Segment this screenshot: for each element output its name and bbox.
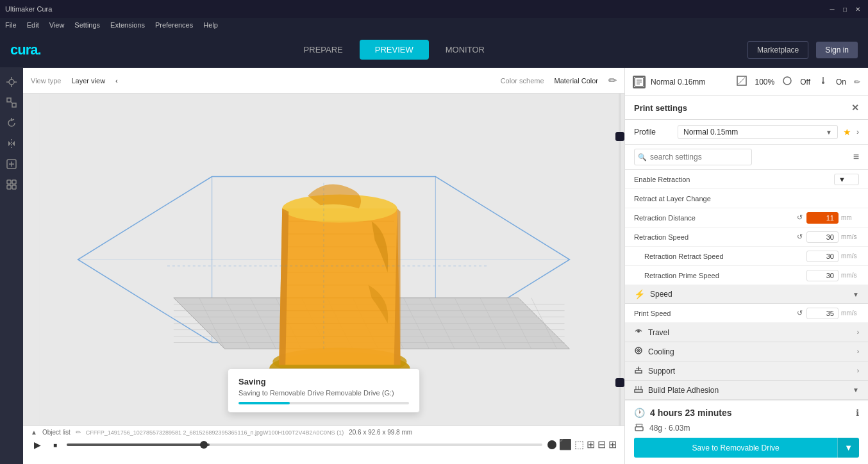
build-plate-section-header[interactable]: Build Plate Adhesion ▼	[625, 381, 868, 400]
view-type-label: View type	[31, 77, 62, 85]
menu-file[interactable]: File	[5, 21, 17, 29]
profile-label: Profile	[634, 128, 672, 137]
estimate-row: 🕐 4 hours 23 minutes ℹ	[634, 408, 859, 418]
print-speed-row: Print Speed ↺ 35 mm/s	[625, 304, 868, 323]
travel-section-header[interactable]: Travel ›	[625, 323, 868, 342]
app-title: Ultimaker Cura	[5, 5, 52, 13]
build-plate-icon	[634, 385, 643, 395]
tool-scale[interactable]	[3, 94, 21, 112]
on-label-icon	[818, 76, 828, 88]
layer-timeline[interactable]	[67, 443, 542, 446]
slider-thumb-bottom[interactable]	[615, 378, 624, 387]
object-list-chevron[interactable]: ▲	[31, 429, 37, 436]
print-settings-title: Print settings	[634, 103, 687, 113]
profile-edit-icon[interactable]: ✏	[854, 78, 860, 87]
speed-icon: ⚡	[634, 289, 645, 299]
favorite-icon[interactable]: ★	[843, 127, 851, 137]
speed-section-header[interactable]: ⚡ Speed ▼	[625, 285, 868, 304]
timeline-thumb[interactable]	[200, 441, 208, 449]
retraction-distance-value[interactable]: 11	[806, 212, 839, 224]
search-wrapper: 🔍	[634, 149, 848, 165]
marketplace-button[interactable]: Marketplace	[747, 41, 808, 59]
cooling-section-header[interactable]: Cooling ›	[625, 342, 868, 361]
support-section-header[interactable]: Support ›	[625, 361, 868, 381]
bottom-icon-2[interactable]: ⬚	[574, 438, 584, 451]
app-logo: cura.	[10, 42, 41, 58]
svg-point-74	[637, 330, 640, 333]
print-speed-label: Print Speed	[634, 310, 797, 317]
menu-preferences[interactable]: Preferences	[155, 21, 193, 29]
print-settings-header: Print settings ✕	[625, 96, 868, 120]
left-toolbar	[0, 68, 23, 464]
layer-end-thumb[interactable]	[547, 440, 556, 449]
bottom-icon-3[interactable]: ⊞	[587, 438, 595, 451]
build-plate-label: Build Plate Adhesion	[648, 386, 853, 395]
support-icon	[634, 365, 643, 376]
svg-rect-15	[12, 180, 16, 184]
svg-rect-92	[635, 427, 643, 431]
view-type-chevron[interactable]: ‹	[115, 77, 118, 85]
tab-preview[interactable]: PREVIEW	[360, 40, 429, 60]
menu-settings[interactable]: Settings	[74, 21, 100, 29]
right-panel: Normal 0.16mm 100% Off On ✏ Print se	[624, 68, 868, 464]
layer-slider[interactable]	[615, 94, 624, 426]
retract-layer-change-row: Retract at Layer Change	[625, 189, 868, 208]
on-label: On	[836, 78, 846, 87]
retraction-speed-value[interactable]: 30	[806, 231, 839, 243]
svg-rect-17	[12, 185, 16, 189]
playback-controls: ▶ ■	[31, 438, 556, 451]
enable-retraction-toggle[interactable]: ▼	[834, 174, 859, 185]
reset-distance-icon[interactable]: ↺	[797, 213, 803, 222]
svg-rect-83	[635, 390, 642, 392]
svg-line-7	[11, 102, 12, 103]
travel-icon	[634, 327, 643, 338]
tool-move[interactable]	[3, 73, 21, 91]
close-button[interactable]: ✕	[851, 103, 859, 113]
viewport[interactable]: View type Layer view ‹ Color scheme Mate…	[23, 68, 624, 464]
window-controls[interactable]: ─ □ ✕	[827, 4, 863, 14]
search-input[interactable]	[634, 149, 752, 165]
main-content: View type Layer view ‹ Color scheme Mate…	[0, 68, 868, 464]
menu-help[interactable]: Help	[203, 21, 218, 29]
menu-view[interactable]: View	[49, 21, 65, 29]
print-settings-panel: Print settings ✕ Profile Normal 0.15mm ▼…	[625, 96, 868, 401]
print-speed-value[interactable]: 35	[806, 308, 839, 319]
list-options-icon[interactable]: ≡	[853, 151, 859, 163]
stop-button[interactable]: ■	[49, 438, 62, 451]
pencil-icon[interactable]: ✏	[608, 74, 617, 87]
estimate-weight: 48g · 6.03m	[649, 424, 690, 433]
reset-print-speed-icon[interactable]: ↺	[797, 309, 803, 317]
menu-extensions[interactable]: Extensions	[110, 21, 145, 29]
reset-speed-icon[interactable]: ↺	[797, 233, 803, 241]
dropdown-arrow: ▼	[826, 129, 832, 136]
bottom-icon-1[interactable]: ⬛	[559, 438, 572, 451]
weight-icon	[634, 422, 644, 434]
tool-rotate[interactable]	[3, 114, 21, 132]
tool-mirror[interactable]	[3, 135, 21, 153]
profile-chevron[interactable]: ›	[856, 128, 859, 137]
save-dropdown-button[interactable]: ▼	[837, 438, 859, 458]
prime-speed-value[interactable]: 30	[806, 270, 839, 281]
retract-speed-value[interactable]: 30	[806, 251, 839, 262]
tool-5[interactable]	[3, 155, 21, 173]
minimize-button[interactable]: ─	[827, 4, 837, 14]
print-speed-unit: mm/s	[841, 310, 859, 317]
search-row: 🔍 ≡	[625, 145, 868, 170]
save-to-drive-button[interactable]: Save to Removable Drive	[634, 438, 837, 458]
tab-monitor[interactable]: MONITOR	[430, 40, 500, 60]
bottom-icon-4[interactable]: ⊟	[597, 438, 606, 451]
tool-6[interactable]	[3, 176, 21, 194]
play-button[interactable]: ▶	[31, 438, 44, 451]
menu-edit[interactable]: Edit	[27, 21, 39, 29]
estimate-weight-row: 48g · 6.03m	[634, 422, 859, 434]
tab-prepare[interactable]: PREPARE	[288, 40, 358, 60]
close-button[interactable]: ✕	[853, 4, 863, 14]
bottom-bar: ▲ Object list ✏ CFFFP_1491756_1027855732…	[23, 426, 624, 464]
slider-thumb-top[interactable]	[615, 132, 624, 141]
maximize-button[interactable]: □	[840, 4, 850, 14]
retract-speed-unit: mm/s	[841, 253, 859, 260]
signin-button[interactable]: Sign in	[816, 42, 858, 58]
nav-tabs: PREPARE PREVIEW MONITOR	[288, 40, 500, 60]
bottom-icon-5[interactable]: ⊞	[608, 438, 617, 451]
info-icon[interactable]: ℹ	[856, 408, 859, 418]
